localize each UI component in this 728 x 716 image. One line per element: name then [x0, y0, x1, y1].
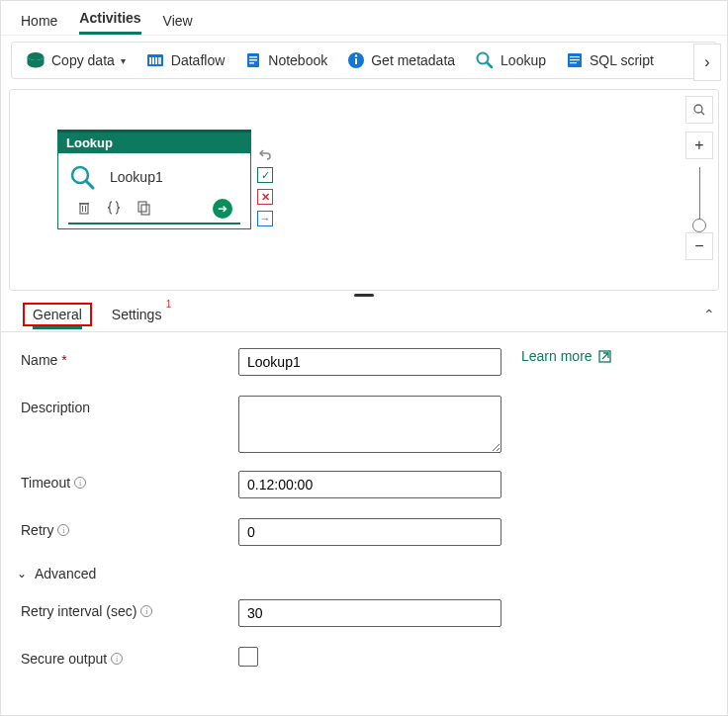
activity-type-header: Lookup	[57, 130, 251, 153]
svg-point-19	[694, 105, 702, 113]
zoom-out-button[interactable]: −	[685, 232, 713, 260]
delete-activity-button[interactable]	[76, 200, 92, 219]
sql-script-icon	[566, 51, 584, 69]
svg-rect-24	[79, 203, 89, 205]
tab-general-label: General	[33, 307, 82, 329]
svg-rect-2	[149, 57, 151, 64]
menu-tab-activities[interactable]: Activities	[79, 10, 140, 35]
zoom-slider[interactable]	[699, 167, 700, 224]
copy-data-label: Copy data	[51, 52, 115, 68]
highlight-annotation: General	[23, 303, 92, 326]
svg-rect-9	[249, 62, 254, 64]
port-undo[interactable]	[257, 145, 273, 161]
info-icon[interactable]: i	[140, 605, 152, 617]
zoom-in-button[interactable]: +	[685, 132, 713, 159]
svg-rect-5	[158, 57, 161, 64]
dataflow-label: Dataflow	[171, 52, 225, 68]
port-success[interactable]: ✓	[257, 167, 273, 183]
arrow-right-icon: →	[260, 213, 271, 224]
svg-rect-3	[152, 57, 154, 64]
svg-rect-4	[155, 57, 157, 64]
collapse-panel-button[interactable]: ⌃	[703, 307, 715, 322]
svg-rect-7	[249, 56, 257, 58]
check-icon: ✓	[261, 169, 270, 182]
name-field[interactable]	[238, 348, 501, 376]
activity-instance-name: Lookup1	[110, 169, 163, 185]
chevron-right-icon: ›	[704, 53, 709, 71]
label-description: Description	[21, 396, 238, 415]
toolbar-overflow-button[interactable]: ›	[693, 44, 721, 81]
svg-line-14	[487, 62, 492, 67]
chevron-up-icon: ⌃	[703, 307, 715, 322]
sql-script-button[interactable]: SQL script	[558, 47, 662, 73]
description-field[interactable]	[238, 396, 501, 453]
dataflow-button[interactable]: Dataflow	[137, 47, 232, 73]
learn-more-link[interactable]: Learn more	[521, 348, 611, 364]
tab-general[interactable]: General	[13, 301, 102, 328]
info-icon	[347, 51, 365, 69]
label-secure-output: Secure output i	[21, 647, 238, 667]
arrow-right-icon: ➜	[218, 202, 228, 216]
info-icon[interactable]: i	[57, 524, 69, 536]
run-activity-button[interactable]: ➜	[213, 199, 232, 219]
chevron-down-icon: ⌄	[17, 567, 27, 581]
learn-more-label: Learn more	[521, 348, 592, 364]
minus-icon: −	[694, 237, 703, 255]
properties-body: Name * Learn more Description Timeout i …	[1, 332, 727, 688]
notebook-button[interactable]: Notebook	[236, 47, 335, 73]
retry-field[interactable]	[238, 518, 501, 546]
menu-tab-home[interactable]: Home	[21, 13, 57, 35]
copy-activity-button[interactable]	[136, 200, 151, 219]
info-icon[interactable]: i	[74, 477, 86, 489]
port-completion[interactable]: →	[257, 211, 273, 226]
port-failure[interactable]: ✕	[257, 189, 273, 205]
notebook-label: Notebook	[268, 52, 327, 68]
sql-script-label: SQL script	[590, 52, 654, 68]
label-name: Name *	[21, 348, 238, 368]
chevron-down-icon: ▾	[121, 55, 126, 66]
external-link-icon	[598, 350, 611, 363]
timeout-field[interactable]	[238, 471, 501, 498]
advanced-label: Advanced	[35, 566, 96, 582]
svg-line-30	[602, 353, 608, 359]
fit-to-screen-button[interactable]	[685, 96, 713, 124]
pipeline-canvas[interactable]: + − Lookup Lookup1 ➜ ✓ ✕ →	[9, 89, 719, 291]
activity-node-lookup1[interactable]: Lookup Lookup1 ➜	[57, 130, 251, 229]
svg-rect-18	[570, 62, 577, 63]
advanced-section-toggle[interactable]: ⌄ Advanced	[17, 566, 713, 582]
info-icon[interactable]: i	[111, 653, 123, 665]
copy-icon	[136, 200, 151, 216]
notebook-icon	[244, 51, 262, 69]
svg-line-20	[701, 112, 704, 115]
dataflow-icon	[145, 51, 165, 69]
svg-point-0	[28, 52, 44, 60]
tab-settings-badge: 1	[166, 299, 172, 310]
lookup-button[interactable]: Lookup	[467, 46, 554, 74]
get-metadata-button[interactable]: Get metadata	[339, 47, 463, 73]
get-metadata-label: Get metadata	[371, 52, 455, 68]
tab-settings-label: Settings	[112, 307, 162, 322]
secure-output-checkbox[interactable]	[238, 647, 258, 667]
zoom-thumb[interactable]	[692, 219, 706, 232]
svg-rect-11	[355, 58, 357, 64]
svg-rect-16	[570, 56, 580, 57]
label-timeout: Timeout i	[21, 471, 238, 491]
tab-settings[interactable]: Settings 1	[102, 301, 172, 328]
svg-rect-28	[141, 205, 149, 215]
svg-rect-27	[138, 202, 146, 212]
retry-interval-field[interactable]	[238, 599, 501, 627]
copy-data-button[interactable]: Copy data ▾	[18, 47, 134, 73]
search-icon	[692, 103, 706, 117]
menu-tab-view[interactable]: View	[163, 13, 193, 35]
code-activity-button[interactable]	[106, 200, 122, 219]
x-icon: ✕	[261, 191, 270, 204]
copy-data-icon	[26, 51, 46, 69]
trash-icon	[76, 200, 92, 216]
lookup-label: Lookup	[500, 52, 546, 68]
label-retry-interval: Retry interval (sec) i	[21, 599, 238, 619]
svg-rect-8	[249, 59, 257, 61]
plus-icon: +	[694, 136, 703, 154]
label-retry: Retry i	[21, 518, 238, 538]
svg-rect-23	[80, 204, 88, 214]
lookup-icon	[68, 163, 96, 191]
